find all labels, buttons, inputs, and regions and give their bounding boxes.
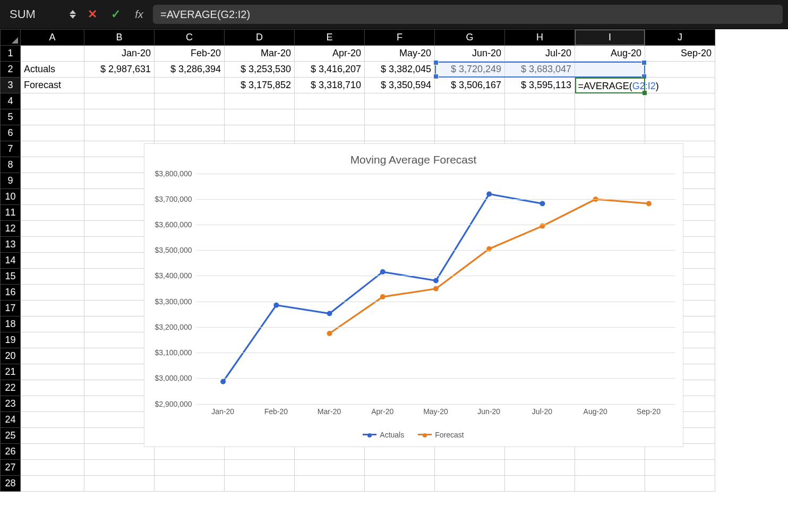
row-header-28[interactable]: 28 — [1, 476, 21, 492]
cell-A22[interactable] — [21, 380, 84, 396]
cell-C6[interactable] — [155, 125, 225, 141]
column-header-A[interactable]: A — [21, 30, 84, 46]
cell-J27[interactable] — [645, 460, 715, 476]
row-header-7[interactable]: 7 — [1, 141, 21, 157]
cell-F28[interactable] — [365, 476, 435, 492]
cell-G28[interactable] — [435, 476, 505, 492]
column-header-I[interactable]: I — [575, 30, 645, 46]
row-header-8[interactable]: 8 — [1, 157, 21, 173]
row-header-21[interactable]: 21 — [1, 364, 21, 380]
cell-F3[interactable]: $ 3,350,594 — [365, 78, 435, 93]
cell-C2[interactable]: $ 3,286,394 — [155, 62, 225, 78]
cell-F1[interactable]: May-20 — [365, 46, 435, 62]
name-box-stepper[interactable] — [65, 0, 81, 29]
spreadsheet[interactable]: ABCDEFGHIJ1Jan-20Feb-20Mar-20Apr-20May-2… — [0, 29, 788, 492]
cell-F6[interactable] — [365, 125, 435, 141]
column-header-J[interactable]: J — [645, 30, 715, 46]
cell-A18[interactable] — [21, 316, 84, 332]
cell-G2[interactable]: $ 3,720,249 — [435, 62, 505, 78]
row-header-11[interactable]: 11 — [1, 205, 21, 221]
cell-A16[interactable] — [21, 285, 84, 301]
cell-A17[interactable] — [21, 301, 84, 316]
cell-E2[interactable]: $ 3,416,207 — [295, 62, 365, 78]
cell-A2[interactable]: Actuals — [21, 62, 84, 78]
cell-J5[interactable] — [645, 109, 715, 125]
cell-D5[interactable] — [225, 109, 295, 125]
cell-H3[interactable]: $ 3,595,113 — [505, 78, 575, 93]
cell-H28[interactable] — [505, 476, 575, 492]
cell-B27[interactable] — [84, 460, 155, 476]
cell-C3[interactable] — [155, 78, 225, 93]
cell-A9[interactable] — [21, 173, 84, 189]
cell-A14[interactable] — [21, 253, 84, 269]
cell-E5[interactable] — [295, 109, 365, 125]
cell-A7[interactable] — [21, 141, 84, 157]
row-header-23[interactable]: 23 — [1, 396, 21, 412]
cell-H4[interactable] — [505, 93, 575, 109]
row-header-6[interactable]: 6 — [1, 125, 21, 141]
row-header-9[interactable]: 9 — [1, 173, 21, 189]
row-header-4[interactable]: 4 — [1, 93, 21, 109]
row-header-22[interactable]: 22 — [1, 380, 21, 396]
cell-A1[interactable] — [21, 46, 84, 62]
cell-D3[interactable]: $ 3,175,852 — [225, 78, 295, 93]
column-header-G[interactable]: G — [435, 30, 505, 46]
cell-A11[interactable] — [21, 205, 84, 221]
cell-C4[interactable] — [155, 93, 225, 109]
cell-G6[interactable] — [435, 125, 505, 141]
cell-G4[interactable] — [435, 93, 505, 109]
row-header-3[interactable]: 3 — [1, 78, 21, 93]
cell-D2[interactable]: $ 3,253,530 — [225, 62, 295, 78]
cell-I5[interactable] — [575, 109, 645, 125]
cell-J28[interactable] — [645, 476, 715, 492]
cell-A23[interactable] — [21, 396, 84, 412]
cell-B1[interactable]: Jan-20 — [84, 46, 155, 62]
row-header-13[interactable]: 13 — [1, 237, 21, 253]
row-header-14[interactable]: 14 — [1, 253, 21, 269]
row-header-25[interactable]: 25 — [1, 428, 21, 444]
cell-A21[interactable] — [21, 364, 84, 380]
cell-B5[interactable] — [84, 109, 155, 125]
cell-A4[interactable] — [21, 93, 84, 109]
column-header-B[interactable]: B — [84, 30, 155, 46]
cell-B3[interactable] — [84, 78, 155, 93]
cell-A24[interactable] — [21, 412, 84, 428]
cell-C27[interactable] — [155, 460, 225, 476]
accept-button[interactable]: ✓ — [104, 0, 127, 29]
cell-F5[interactable] — [365, 109, 435, 125]
cell-A10[interactable] — [21, 189, 84, 205]
column-header-D[interactable]: D — [225, 30, 295, 46]
row-header-26[interactable]: 26 — [1, 444, 21, 460]
cell-I28[interactable] — [575, 476, 645, 492]
row-header-1[interactable]: 1 — [1, 46, 21, 62]
cell-H1[interactable]: Jul-20 — [505, 46, 575, 62]
cell-A20[interactable] — [21, 348, 84, 364]
cell-E1[interactable]: Apr-20 — [295, 46, 365, 62]
cell-H2[interactable]: $ 3,683,047 — [505, 62, 575, 78]
cell-H5[interactable] — [505, 109, 575, 125]
cell-G1[interactable]: Jun-20 — [435, 46, 505, 62]
cell-A12[interactable] — [21, 221, 84, 237]
row-header-2[interactable]: 2 — [1, 62, 21, 78]
cell-F27[interactable] — [365, 460, 435, 476]
cell-I4[interactable] — [575, 93, 645, 109]
cell-I3[interactable] — [575, 78, 645, 93]
cell-H27[interactable] — [505, 460, 575, 476]
cell-I2[interactable] — [575, 62, 645, 78]
cell-I6[interactable] — [575, 125, 645, 141]
cell-D6[interactable] — [225, 125, 295, 141]
row-header-10[interactable]: 10 — [1, 189, 21, 205]
cell-A19[interactable] — [21, 332, 84, 348]
row-header-24[interactable]: 24 — [1, 412, 21, 428]
cell-F2[interactable]: $ 3,382,045 — [365, 62, 435, 78]
cell-D1[interactable]: Mar-20 — [225, 46, 295, 62]
cell-C28[interactable] — [155, 476, 225, 492]
row-header-20[interactable]: 20 — [1, 348, 21, 364]
cell-D28[interactable] — [225, 476, 295, 492]
row-header-17[interactable]: 17 — [1, 301, 21, 316]
row-header-5[interactable]: 5 — [1, 109, 21, 125]
cell-A8[interactable] — [21, 157, 84, 173]
row-header-18[interactable]: 18 — [1, 316, 21, 332]
cell-J2[interactable] — [645, 62, 715, 78]
cell-J1[interactable]: Sep-20 — [645, 46, 715, 62]
